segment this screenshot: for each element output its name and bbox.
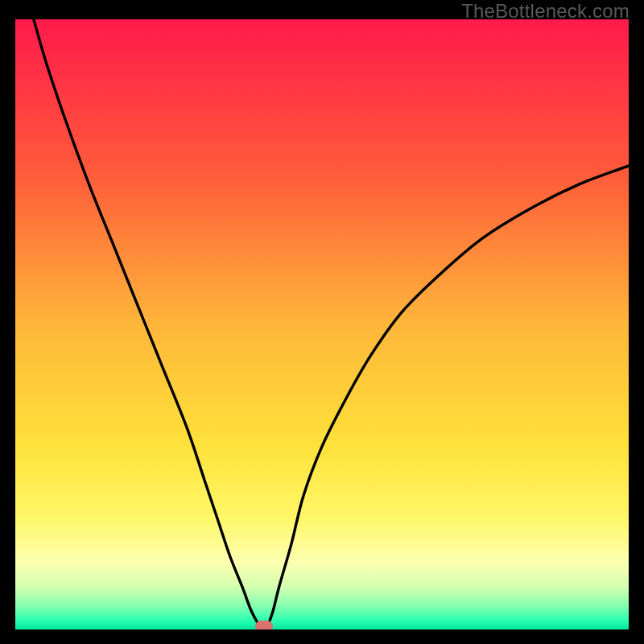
chart-plot-area [14,18,630,631]
bottleneck-curve [15,19,629,630]
optimal-point-marker [255,621,273,631]
